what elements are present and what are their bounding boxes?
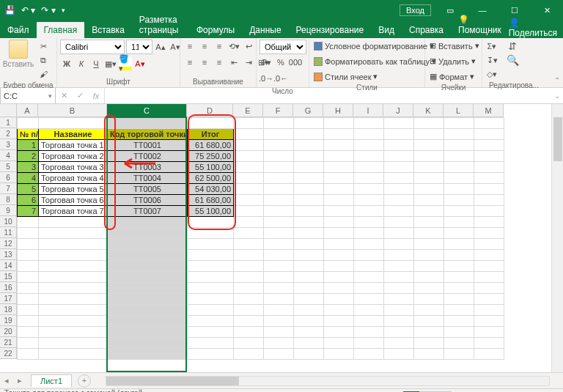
- cell-B13[interactable]: [39, 250, 108, 261]
- cell-H19[interactable]: [324, 316, 354, 327]
- cell-G22[interactable]: [294, 349, 324, 360]
- cell-F9[interactable]: [264, 206, 294, 217]
- cell-D20[interactable]: [188, 327, 234, 338]
- cell-K20[interactable]: [414, 327, 444, 338]
- cell-B2[interactable]: Название: [39, 129, 108, 140]
- cell-M20[interactable]: [474, 327, 504, 338]
- cell-I2[interactable]: [354, 129, 384, 140]
- cell-B22[interactable]: [39, 349, 108, 360]
- underline-button[interactable]: Ч: [89, 57, 103, 70]
- cell-E21[interactable]: [234, 338, 264, 349]
- col-header-M[interactable]: M: [474, 104, 504, 117]
- cell-E3[interactable]: [234, 140, 264, 151]
- clear-icon[interactable]: ◇▾: [485, 67, 498, 81]
- cell-H13[interactable]: [324, 250, 354, 261]
- cell-H15[interactable]: [324, 272, 354, 283]
- cell-K13[interactable]: [414, 250, 444, 261]
- cell-M19[interactable]: [474, 316, 504, 327]
- increase-decimal-icon[interactable]: .0→: [260, 72, 273, 85]
- cell-F18[interactable]: [264, 305, 294, 316]
- cell-H22[interactable]: [324, 349, 354, 360]
- cell-J19[interactable]: [384, 316, 414, 327]
- cell-M14[interactable]: [474, 261, 504, 272]
- cell-K19[interactable]: [414, 316, 444, 327]
- horizontal-scrollbar[interactable]: [106, 376, 550, 386]
- cell-H10[interactable]: [324, 217, 354, 228]
- cell-E20[interactable]: [234, 327, 264, 338]
- cell-M3[interactable]: [474, 140, 504, 151]
- cell-C16[interactable]: [108, 283, 188, 294]
- cell-C7[interactable]: ТТ0005: [108, 184, 188, 195]
- cell-I21[interactable]: [354, 338, 384, 349]
- cell-B11[interactable]: [39, 228, 108, 239]
- cell-E6[interactable]: [234, 173, 264, 184]
- col-header-G[interactable]: G: [293, 104, 323, 117]
- cell-H14[interactable]: [324, 261, 354, 272]
- row-header-11[interactable]: 11: [0, 227, 17, 238]
- cell-K21[interactable]: [414, 338, 444, 349]
- cell-C1[interactable]: [108, 118, 188, 129]
- col-header-L[interactable]: L: [444, 104, 474, 117]
- cell-G6[interactable]: [294, 173, 324, 184]
- cell-B14[interactable]: [39, 261, 108, 272]
- cell-J12[interactable]: [384, 239, 414, 250]
- cell-K3[interactable]: [414, 140, 444, 151]
- cell-A13[interactable]: [18, 250, 39, 261]
- cell-D8[interactable]: 61 680,00: [188, 195, 234, 206]
- cell-J16[interactable]: [384, 283, 414, 294]
- cell-E19[interactable]: [234, 316, 264, 327]
- cell-I10[interactable]: [354, 217, 384, 228]
- col-header-B[interactable]: B: [38, 104, 107, 117]
- cell-E11[interactable]: [234, 228, 264, 239]
- row-header-4[interactable]: 4: [0, 150, 17, 161]
- cell-L8[interactable]: [444, 195, 474, 206]
- cell-M10[interactable]: [474, 217, 504, 228]
- tab-view[interactable]: Вид: [371, 22, 402, 38]
- cell-J20[interactable]: [384, 327, 414, 338]
- cell-M5[interactable]: [474, 162, 504, 173]
- tab-help[interactable]: Справка: [402, 22, 451, 38]
- cell-A9[interactable]: 7: [18, 206, 39, 217]
- cell-E12[interactable]: [234, 239, 264, 250]
- undo-icon[interactable]: ↶ ▾: [21, 5, 35, 15]
- cell-I9[interactable]: [354, 206, 384, 217]
- sheet-nav-next[interactable]: ▸: [13, 376, 26, 385]
- cell-D12[interactable]: [188, 239, 234, 250]
- cell-B5[interactable]: Торговая точка 3: [39, 162, 108, 173]
- comma-icon[interactable]: 000: [289, 56, 302, 69]
- cell-I18[interactable]: [354, 305, 384, 316]
- cell-H16[interactable]: [324, 283, 354, 294]
- cell-D11[interactable]: [188, 228, 234, 239]
- cell-G13[interactable]: [294, 250, 324, 261]
- cell-C6[interactable]: ТТ0004: [108, 173, 188, 184]
- cell-E10[interactable]: [234, 217, 264, 228]
- cell-E5[interactable]: [234, 162, 264, 173]
- cell-G12[interactable]: [294, 239, 324, 250]
- cell-C9[interactable]: ТТ0007: [108, 206, 188, 217]
- cell-L7[interactable]: [444, 184, 474, 195]
- align-right-icon[interactable]: ≡: [213, 56, 226, 69]
- cell-E15[interactable]: [234, 272, 264, 283]
- cell-I8[interactable]: [354, 195, 384, 206]
- cell-G4[interactable]: [294, 151, 324, 162]
- cell-F20[interactable]: [264, 327, 294, 338]
- row-header-1[interactable]: 1: [0, 117, 17, 128]
- cell-A19[interactable]: [18, 316, 39, 327]
- cell-M11[interactable]: [474, 228, 504, 239]
- cell-I11[interactable]: [354, 228, 384, 239]
- cell-E14[interactable]: [234, 261, 264, 272]
- cell-I6[interactable]: [354, 173, 384, 184]
- cell-A16[interactable]: [18, 283, 39, 294]
- cell-J22[interactable]: [384, 349, 414, 360]
- name-box[interactable]: C:C: [0, 88, 56, 103]
- cell-G17[interactable]: [294, 294, 324, 305]
- cell-L9[interactable]: [444, 206, 474, 217]
- cell-M6[interactable]: [474, 173, 504, 184]
- cell-I12[interactable]: [354, 239, 384, 250]
- cell-A22[interactable]: [18, 349, 39, 360]
- cell-C10[interactable]: [108, 217, 188, 228]
- cell-M21[interactable]: [474, 338, 504, 349]
- cell-F15[interactable]: [264, 272, 294, 283]
- cell-E17[interactable]: [234, 294, 264, 305]
- cell-H11[interactable]: [324, 228, 354, 239]
